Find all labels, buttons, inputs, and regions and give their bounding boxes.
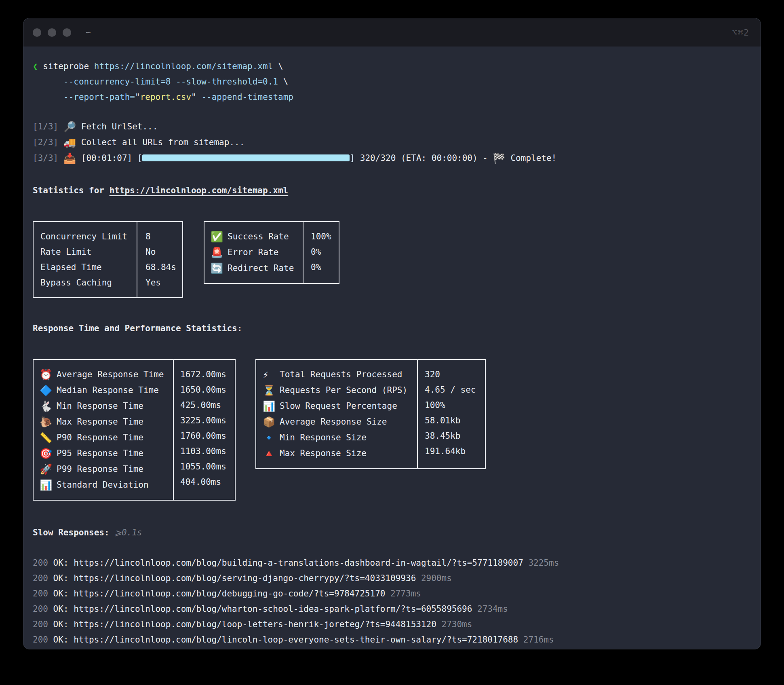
- slow-responses-label: Slow Responses:: [33, 528, 110, 537]
- run-config-table: Concurrency Limit Rate Limit Elapsed Tim…: [33, 221, 183, 298]
- slow-response-row: 200 OK: https://lincolnloop.com/blog/lin…: [33, 632, 757, 647]
- stat-label: Rate Limit: [40, 244, 137, 260]
- magnifier-icon: 🔎: [63, 119, 76, 135]
- stat-value: 1055.00ms: [180, 459, 235, 474]
- step-label: Fetch UrlSet...: [81, 122, 158, 131]
- blue-diamond-icon: 🔷: [40, 383, 57, 398]
- stat-value: 191.64kb: [425, 444, 485, 459]
- stat-value: 100%: [311, 229, 339, 244]
- performance-header: Response Time and Performance Statistics…: [33, 321, 757, 336]
- bar-open-bracket: [: [137, 153, 143, 163]
- ruler-icon: 📏: [40, 430, 57, 446]
- statistics-prefix: Statistics for: [33, 186, 104, 195]
- slow-threshold: ⩾0.1s: [114, 528, 142, 537]
- titlebar[interactable]: ~ ⌥⌘2: [23, 18, 761, 47]
- alarm-clock-icon: ⏰: [40, 367, 57, 383]
- quote-char: ": [191, 92, 196, 102]
- stat-label: Requests Per Second (RPS): [280, 385, 407, 395]
- rabbit-icon: 🐇: [40, 399, 57, 414]
- stat-value: 8: [145, 229, 182, 244]
- stat-label: Error Rate: [228, 247, 278, 257]
- progress-count: 320/320: [360, 153, 396, 163]
- target-icon: 🎯: [40, 446, 57, 461]
- command-line-1: ❮ siteprobe https://lincolnloop.com/site…: [33, 59, 757, 74]
- response-time: 2900ms: [421, 573, 452, 583]
- stat-value: 4.65 / sec: [425, 382, 485, 397]
- stat-label: Elapsed Time: [40, 260, 137, 275]
- step-index: [2/3]: [33, 137, 58, 147]
- stat-value: 425.00ms: [180, 397, 235, 413]
- snail-icon: 🐌: [40, 414, 57, 430]
- terminal-window: ~ ⌥⌘2 ❮ siteprobe https://lincolnloop.co…: [23, 18, 761, 649]
- response-time: 2734ms: [477, 604, 508, 614]
- red-triangle-icon: 🔺: [263, 446, 280, 461]
- throughput-table: ⚡Total Requests Processed ⏳Requests Per …: [255, 359, 486, 469]
- minimize-button[interactable]: [48, 28, 56, 37]
- separator-dash: -: [483, 153, 488, 163]
- stat-label: Max Response Size: [280, 448, 367, 458]
- checkered-flag-icon: 🏁: [493, 151, 506, 166]
- inbox-icon: 📥: [63, 151, 76, 166]
- response-time: 3225ms: [528, 558, 559, 568]
- status-code: 200: [33, 573, 48, 583]
- bar-chart-icon: 📊: [263, 399, 280, 414]
- status-text: OK:: [53, 619, 69, 629]
- quote-char: ": [135, 92, 140, 102]
- progress-eta: (ETA: 00:00:00): [401, 153, 478, 163]
- stat-value: 58.01kb: [425, 413, 485, 428]
- stat-label: Bypass Caching: [40, 275, 137, 290]
- line-continuation: \: [278, 61, 283, 71]
- stat-value: 1760.00ms: [180, 428, 235, 444]
- response-url: https://lincolnloop.com/blog/lincoln-loo…: [74, 635, 518, 645]
- report-path-flag: --report-path=: [63, 92, 135, 102]
- stat-label: Redirect Rate: [228, 263, 294, 273]
- stat-value: 0%: [311, 244, 339, 260]
- status-code: 200: [33, 619, 48, 629]
- command-flags: --concurrency-limit=8 --slow-threshold=0…: [63, 77, 278, 87]
- stat-label: Slow Request Percentage: [280, 401, 397, 411]
- window-shortcut: ⌥⌘2: [732, 27, 749, 38]
- stat-value: 68.84s: [145, 260, 182, 275]
- stat-value: 1672.00ms: [180, 367, 235, 382]
- command-binary: siteprobe: [43, 61, 89, 71]
- bar-close-bracket: ]: [350, 153, 355, 163]
- progress-status: Complete!: [510, 153, 556, 163]
- step-progress: [3/3] 📥 [00:01:07] [] 320/320 (ETA: 00:0…: [33, 150, 757, 166]
- report-path-value: report.csv: [140, 92, 191, 102]
- status-code: 200: [33, 589, 48, 598]
- step-index: [3/3]: [33, 153, 58, 163]
- status-text: OK:: [53, 589, 69, 598]
- command-line-3: --report-path="report.csv" --append-time…: [33, 89, 757, 105]
- bar-chart-icon: 📊: [40, 478, 57, 493]
- stat-value: 320: [425, 367, 485, 382]
- rate-table: ✅Success Rate 🚨Error Rate 🔄Redirect Rate…: [204, 221, 339, 284]
- stat-label: P99 Response Time: [57, 464, 143, 474]
- statistics-header: Statistics for https://lincolnloop.com/s…: [33, 183, 757, 198]
- stat-label: Max Response Time: [57, 417, 143, 427]
- progress-bar: [142, 154, 350, 161]
- stat-value: 1650.00ms: [180, 382, 235, 397]
- stat-label: Average Response Time: [57, 370, 164, 379]
- slow-response-row: 200 OK: https://lincolnloop.com/blog/bui…: [33, 555, 757, 571]
- terminal-output: ❮ siteprobe https://lincolnloop.com/site…: [23, 47, 761, 647]
- success-check-icon: ✅: [211, 229, 228, 245]
- stat-label: Median Response Time: [57, 385, 159, 395]
- stat-value: 3225.00ms: [180, 413, 235, 428]
- lightning-icon: ⚡: [263, 367, 280, 383]
- step-collect-urls: [2/3] 🚚 Collect all URLs from sitemap...: [33, 135, 757, 150]
- hourglass-icon: ⏳: [263, 383, 280, 398]
- window-title: ~: [86, 27, 91, 37]
- response-url: https://lincolnloop.com/blog/serving-dja…: [74, 573, 416, 583]
- slow-responses-header: Slow Responses: ⩾0.1s: [33, 525, 757, 540]
- close-button[interactable]: [33, 28, 41, 37]
- stat-value: 404.00ms: [180, 474, 235, 490]
- statistics-url-link[interactable]: https://lincolnloop.com/sitemap.xml: [110, 186, 289, 195]
- step-label: Collect all URLs from sitemap...: [81, 137, 245, 147]
- stat-label: Min Response Time: [57, 401, 143, 411]
- response-time-table: ⏰Average Response Time 🔷Median Response …: [33, 359, 236, 501]
- step-index: [1/3]: [33, 122, 58, 131]
- rocket-icon: 🚀: [40, 462, 57, 477]
- stat-label: P95 Response Time: [57, 448, 143, 458]
- stat-label: P90 Response Time: [57, 433, 143, 442]
- zoom-button[interactable]: [63, 28, 71, 37]
